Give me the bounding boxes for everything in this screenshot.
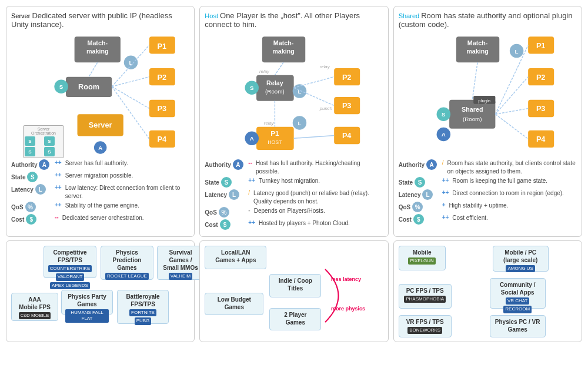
prop-badge-L: L xyxy=(35,184,46,195)
host-usecases: Local/LANGames + Apps Indie / CoopTitles… xyxy=(205,246,383,337)
shared-title-rest: Room has state authority and optional pl… xyxy=(399,11,573,29)
uc-tag-pubg: PUBG xyxy=(135,317,152,325)
host-prop-label-qos: QoS xyxy=(205,209,217,216)
prop-badge-pct: % xyxy=(25,202,36,212)
host-prop-state: State S ++ Turnkey host migration. xyxy=(205,177,383,188)
shared-prop-state: State S ++ Room is keeping the full game… xyxy=(399,177,577,188)
server-prop-state: State S ++ Server migration possible. xyxy=(11,172,189,182)
uc-tag-pixelgun: PIXELGUN xyxy=(408,257,435,265)
uc-tag-among-us: AMONG US xyxy=(506,265,535,272)
host-badge-pct: % xyxy=(219,207,229,218)
svg-text:(Room): (Room) xyxy=(463,116,482,122)
top-section: Server Dedicated server with public IP (… xyxy=(6,6,582,237)
svg-text:L: L xyxy=(298,88,302,95)
server-props: Authority A ++ Server has full authority… xyxy=(11,159,189,225)
host-title-rest: One Player is the „host". All other Play… xyxy=(205,11,360,29)
svg-text:(Room): (Room) xyxy=(265,88,285,95)
host-desc-qos: Depends on Players/Hosts. xyxy=(254,207,383,215)
uc-community: Community /Social Apps VR CHAT RECROOM xyxy=(490,278,546,309)
host-column: Host One Player is the „host". All other… xyxy=(199,6,388,237)
svg-text:Match-: Match- xyxy=(273,39,294,46)
uc-survival-games: SurvivalGames /Small MMOs VALHEIM xyxy=(157,246,204,280)
prop-badge-S: S xyxy=(27,172,38,182)
svg-text:making: making xyxy=(466,48,489,55)
server-orch-title: ServerOrchestration xyxy=(25,127,62,135)
shared-prop-label-latency: Latency xyxy=(399,192,421,198)
server-prop-authority: Authority A ++ Server has full authority… xyxy=(11,159,189,170)
uc-mobile-pc: Mobile / PC(large scale) AMONG US xyxy=(493,246,549,272)
uc-tag-vrchat: VR CHAT xyxy=(506,297,530,305)
svg-text:L: L xyxy=(298,120,302,126)
prop-rating-cost: -- xyxy=(55,214,59,220)
shared-prop-cost: Cost $ ++ Cost efficient. xyxy=(399,214,577,225)
host-prop-latency: Latency L / Latency good (punch) or rela… xyxy=(205,189,383,205)
prop-desc-authority: Server has full authority. xyxy=(65,159,190,168)
server-orchestration: ServerOrchestration S S S S xyxy=(23,125,64,158)
host-diagram: Match- making Relay (Room) P1 HOST P2 P3 xyxy=(205,32,383,156)
server-title: Server Dedicated server with public IP (… xyxy=(11,11,189,29)
svg-text:relay: relay xyxy=(264,121,275,126)
shared-prop-label-authority: Authority xyxy=(399,162,425,168)
prop-desc-state: Server migration possible. xyxy=(65,172,190,180)
svg-line-83 xyxy=(495,114,528,139)
uc-2player: 2 PlayerGames xyxy=(269,308,321,330)
svg-text:S: S xyxy=(442,111,446,118)
svg-text:making: making xyxy=(86,48,109,55)
host-rating-latency: / xyxy=(248,189,250,196)
host-prop-label-cost: Cost xyxy=(205,222,218,228)
shared-prop-qos: QoS % + High stability + uptime. xyxy=(399,202,577,212)
shared-desc-authority: Room has state authority, but clients co… xyxy=(447,159,577,175)
sog-box-2: S xyxy=(44,136,55,146)
shared-badge-dollar: $ xyxy=(413,214,424,225)
uc-tag-rocket: ROCKET LEAGUE xyxy=(105,273,149,280)
uc-low-budget: Low BudgetGames xyxy=(205,293,263,315)
svg-line-52 xyxy=(275,62,284,75)
svg-text:P1: P1 xyxy=(536,41,546,50)
host-badge-S: S xyxy=(221,177,232,188)
uc-local-lan: Local/LANGames + Apps xyxy=(205,246,266,269)
host-rating-state: ++ xyxy=(248,177,255,183)
uc-tag-fortnite: FORTNITE xyxy=(129,309,156,316)
shared-diagram: Match- making Shared (Room) plugin P1 P2 xyxy=(399,32,577,156)
svg-text:Room: Room xyxy=(78,82,99,91)
uc-tag-valorant: VALORANT xyxy=(56,273,85,280)
uc-competitive-fps: CompetitiveFPS/TPS COUNTERSTRIKE VALORAN… xyxy=(44,246,96,278)
svg-text:P4: P4 xyxy=(158,135,167,143)
svg-text:P3: P3 xyxy=(342,101,352,110)
svg-rect-61 xyxy=(449,100,495,129)
svg-text:P2: P2 xyxy=(158,73,167,82)
server-column: Server Dedicated server with public IP (… xyxy=(6,6,195,237)
host-desc-cost: Hosted by players + Photon Cloud. xyxy=(259,219,383,228)
shared-rating-state: ++ xyxy=(442,177,449,183)
svg-text:plugin: plugin xyxy=(478,98,490,103)
svg-line-25 xyxy=(89,62,98,76)
server-title-big: Server xyxy=(11,12,30,19)
server-usecases: CompetitiveFPS/TPS COUNTERSTRIKE VALORAN… xyxy=(11,246,189,337)
uc-mobile: Mobile PIXELGUN xyxy=(399,246,446,270)
prop-label-authority: Authority xyxy=(11,162,37,168)
host-prop-label-state: State xyxy=(205,179,219,186)
svg-text:S: S xyxy=(59,83,64,90)
host-rating-authority: -- xyxy=(248,159,252,166)
server-prop-cost: Cost $ -- Dedicated server orchestration… xyxy=(11,214,189,225)
uc-indie-coop: Indie / CoopTitles xyxy=(269,274,321,297)
prop-rating-latency: ++ xyxy=(55,184,62,190)
prop-rating-qos: ++ xyxy=(55,202,62,208)
prop-label-state: State xyxy=(11,174,25,180)
svg-text:S: S xyxy=(250,85,254,91)
svg-text:making: making xyxy=(273,48,295,55)
uc-tag-cod: CoD MOBILE xyxy=(19,312,51,319)
uc-pc-fps: PC FPS / TPS PHASMOPHOBIA xyxy=(399,284,452,309)
prop-desc-latency: Low latency: Direct connection from clie… xyxy=(65,184,190,200)
uc-physics-party: Physics PartyGames HUMANS FALL FLAT xyxy=(61,290,113,315)
shared-title-big: Shared xyxy=(399,12,419,19)
shared-prop-label-cost: Cost xyxy=(399,216,412,223)
svg-line-23 xyxy=(112,86,149,108)
bottom-server-col: CompetitiveFPS/TPS COUNTERSTRIKE VALORAN… xyxy=(6,240,195,342)
svg-text:Relay: Relay xyxy=(266,79,283,86)
svg-text:P4: P4 xyxy=(342,131,352,140)
svg-text:P1: P1 xyxy=(158,42,167,51)
svg-text:Match-: Match- xyxy=(87,39,108,46)
uc-battleroyale: BattleroyaleFPS/TPS FORTNITE PUBG xyxy=(117,290,169,324)
uc-tag-humans: HUMANS FALL FLAT xyxy=(65,309,109,323)
